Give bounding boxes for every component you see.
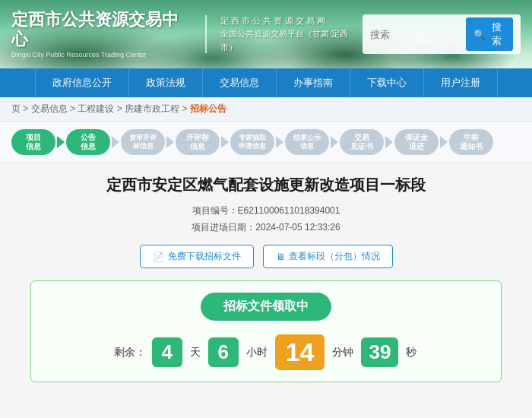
nav-item-guide[interactable]: 办事指南 xyxy=(277,68,350,97)
logo-divider xyxy=(205,15,207,53)
nav-item-download[interactable]: 下载中心 xyxy=(350,68,424,97)
step-circle-5[interactable]: 专家抽取 申请信息 xyxy=(230,129,274,155)
countdown-wrapper: 招标文件领取中 剩余： 4 天 6 小时 14 分钟 39 秒 xyxy=(30,280,502,382)
main-content: 定西市安定区燃气配套设施更新改造项目一标段 项目编号：E621100061101… xyxy=(0,163,532,394)
countdown-minutes: 14 xyxy=(275,334,325,370)
meta-info: 项目编号：E6211000611018394001 项目进场日期：2024-07… xyxy=(30,203,502,236)
breadcrumb-home[interactable]: 页 xyxy=(11,103,21,114)
countdown-hours-unit: 小时 xyxy=(246,346,268,359)
step-8[interactable]: 保证金 退还 xyxy=(394,129,439,155)
countdown-days-unit: 天 xyxy=(190,346,201,359)
step-circle-9[interactable]: 中标 通知书 xyxy=(449,129,493,155)
search-box: 🔍 搜索 xyxy=(363,14,521,54)
search-input[interactable] xyxy=(370,29,461,40)
step-circle-3[interactable]: 资审开评 标信息 xyxy=(121,129,165,155)
download-icon: 📄 xyxy=(153,252,164,262)
step-arrow-5 xyxy=(276,136,283,148)
logo-main: 定西市公共资源交易中心 xyxy=(11,10,192,50)
project-date-label: 项目进场日期： xyxy=(192,222,255,233)
view-label: 查看标段（分包）情况 xyxy=(289,250,380,263)
nav-item-gov[interactable]: 政府信息公开 xyxy=(35,68,129,97)
view-button[interactable]: 🖥 查看标段（分包）情况 xyxy=(263,245,393,268)
action-buttons: 📄 免费下载招标文件 🖥 查看标段（分包）情况 xyxy=(30,245,502,268)
step-7[interactable]: 交易 见证书 xyxy=(340,129,384,155)
step-1[interactable]: 项目 信息 xyxy=(11,129,55,155)
download-label: 免费下载招标文件 xyxy=(168,250,241,263)
step-arrow-1 xyxy=(57,136,65,148)
breadcrumb-current: 招标公告 xyxy=(190,103,226,114)
step-arrow-2 xyxy=(112,136,119,148)
step-circle-8[interactable]: 保证金 退还 xyxy=(394,129,439,155)
logo-sub-line1: 定 西 市 公 共 资 源 交 易 网 xyxy=(220,14,362,28)
step-arrow-6 xyxy=(331,136,338,148)
step-circle-6[interactable]: 结果公示 信息 xyxy=(285,129,329,155)
step-circle-1[interactable]: 项目 信息 xyxy=(11,129,55,155)
project-no-label: 项目编号： xyxy=(192,205,238,216)
countdown-title: 招标文件领取中 xyxy=(201,293,331,321)
countdown-seconds: 39 xyxy=(361,337,398,367)
countdown-minutes-unit: 分钟 xyxy=(332,346,353,359)
countdown-remaining-label: 剩余： xyxy=(114,346,146,359)
step-circle-2[interactable]: 公告 信息 xyxy=(66,129,110,155)
countdown-hours: 6 xyxy=(208,337,239,367)
header: 定西市公共资源交易中心 Dingxi City Public Resources… xyxy=(0,0,532,68)
countdown-days: 4 xyxy=(152,337,182,367)
step-circle-4[interactable]: 开评标 信息 xyxy=(176,129,220,155)
step-4[interactable]: 开评标 信息 xyxy=(176,129,220,155)
nav-item-policy[interactable]: 政策法规 xyxy=(129,68,203,97)
step-5[interactable]: 专家抽取 申请信息 xyxy=(230,129,274,155)
logo-en: Dingxi City Public Resources Trading Cen… xyxy=(11,51,192,59)
download-button[interactable]: 📄 免费下载招标文件 xyxy=(140,245,254,268)
logo-section: 定西市公共资源交易中心 Dingxi City Public Resources… xyxy=(11,10,363,59)
project-date: 2024-07-05 12:33:26 xyxy=(255,222,340,233)
step-arrow-8 xyxy=(440,136,448,148)
nav-item-trade[interactable]: 交易信息 xyxy=(203,68,277,97)
search-icon: 🔍 xyxy=(473,29,486,40)
page-title: 定西市安定区燃气配套设施更新改造项目一标段 xyxy=(30,175,502,195)
countdown-row: 剩余： 4 天 6 小时 14 分钟 39 秒 xyxy=(46,334,486,370)
search-button[interactable]: 🔍 搜索 xyxy=(466,17,514,51)
step-arrow-7 xyxy=(385,136,393,148)
breadcrumb-engineering[interactable]: 工程建设 xyxy=(78,103,114,114)
step-arrow-4 xyxy=(221,136,229,148)
logo-sub-line2: 全国公共资源交易平台（甘肃·定西市） xyxy=(220,27,362,54)
step-2[interactable]: 公告 信息 xyxy=(66,129,110,155)
countdown-seconds-unit: 秒 xyxy=(406,346,416,359)
step-arrow-3 xyxy=(166,136,174,148)
breadcrumb-trade[interactable]: 交易信息 xyxy=(31,103,68,114)
project-no: E6211000611018394001 xyxy=(238,205,340,216)
steps-bar: 项目 信息 公告 信息 资审开评 标信息 开评标 信息 专家抽取 申请信息 结果… xyxy=(0,122,532,163)
step-circle-7[interactable]: 交易 见证书 xyxy=(340,129,384,155)
nav-item-register[interactable]: 用户注册 xyxy=(424,68,498,97)
nav-bar: 政府信息公开 政策法规 交易信息 办事指南 下载中心 用户注册 xyxy=(0,68,532,97)
breadcrumb-housing[interactable]: 房建市政工程 xyxy=(125,103,179,114)
step-6[interactable]: 结果公示 信息 xyxy=(285,129,329,155)
search-btn-label: 搜索 xyxy=(489,21,506,48)
step-3[interactable]: 资审开评 标信息 xyxy=(121,129,165,155)
step-9[interactable]: 中标 通知书 xyxy=(449,129,493,155)
view-icon: 🖥 xyxy=(276,252,285,262)
breadcrumb: 页 > 交易信息 > 工程建设 > 房建市政工程 > 招标公告 xyxy=(0,97,532,122)
